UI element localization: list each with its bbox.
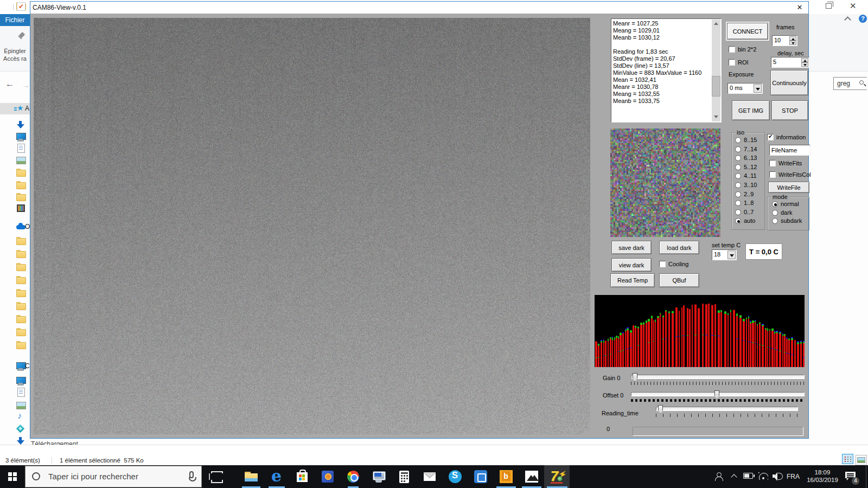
scrollbar-thumb[interactable] xyxy=(712,76,720,97)
sidebar-item[interactable] xyxy=(0,248,30,259)
taskbar-item-edge[interactable]: e xyxy=(264,465,289,488)
sidebar-item[interactable] xyxy=(0,131,30,143)
writefits-checkbox[interactable]: WriteFits xyxy=(769,160,802,166)
sidebar-item[interactable] xyxy=(0,423,30,434)
sidebar-item[interactable] xyxy=(0,119,30,131)
sidebar-item[interactable] xyxy=(0,300,30,311)
writefitscol-checkbox[interactable]: WriteFitsCol xyxy=(769,171,811,178)
read-temp-button[interactable]: Read Temp xyxy=(610,273,655,287)
sidebar-item[interactable] xyxy=(0,143,30,154)
forward-arrow-icon[interactable]: → xyxy=(22,80,30,89)
iso-option-5..12[interactable]: 5..12 xyxy=(735,164,757,173)
sidebar-item[interactable] xyxy=(0,339,30,350)
pin-quick-access-button[interactable]: Épingler Accès ra xyxy=(0,28,30,66)
information-checkbox[interactable]: information xyxy=(767,134,806,140)
frames-stepper[interactable]: 10 xyxy=(772,35,797,46)
load-dark-button[interactable]: load dark xyxy=(659,241,699,254)
sidebar-item[interactable] xyxy=(0,326,30,337)
delay-stepper[interactable]: 5 xyxy=(771,57,809,68)
sidebar-item[interactable] xyxy=(0,387,30,398)
sidebar-item[interactable] xyxy=(0,235,30,246)
sidebar-item[interactable]: O xyxy=(0,221,30,233)
checkmark-toolbar-icon[interactable] xyxy=(17,2,25,11)
iso-option-3..10[interactable]: 3..10 xyxy=(735,182,757,191)
offset-slider[interactable] xyxy=(631,392,805,396)
iso-option-0..7[interactable]: 0..7 xyxy=(735,209,757,218)
spin-up-icon[interactable] xyxy=(801,58,808,62)
taskbar-item-explorer[interactable] xyxy=(238,465,264,488)
scroll-up-icon[interactable] xyxy=(712,20,720,28)
taskbar-item-calculator[interactable] xyxy=(391,465,417,488)
sidebar-item[interactable] xyxy=(0,274,30,285)
language-indicator[interactable]: FRA xyxy=(787,473,800,480)
qbuf-button[interactable]: QBuf xyxy=(659,273,699,287)
iso-option-8..15[interactable]: 8..15 xyxy=(735,137,757,146)
iso-option-1..8[interactable]: 1..8 xyxy=(735,200,757,209)
mode-option-normal[interactable]: normal xyxy=(772,201,802,209)
get-img-button[interactable]: GET IMG xyxy=(732,100,770,120)
writefile-button[interactable]: WriteFile xyxy=(768,182,809,193)
roi-checkbox[interactable]: ROI xyxy=(729,59,749,66)
view-dark-button[interactable]: view dark xyxy=(611,258,652,272)
back-arrow-icon[interactable]: ← xyxy=(5,79,14,89)
iso-option-auto[interactable]: auto xyxy=(735,217,757,227)
sidebar-item[interactable] xyxy=(0,155,30,166)
restore-window-icon[interactable] xyxy=(826,3,832,9)
taskbar-item-snip[interactable] xyxy=(468,465,493,488)
iso-option-7..14[interactable]: 7..14 xyxy=(735,146,757,155)
taskbar-item-mail[interactable] xyxy=(417,465,442,488)
bin2x2-checkbox[interactable]: bin 2*2 xyxy=(729,46,756,53)
stop-button[interactable]: STOP xyxy=(771,100,808,120)
iso-option-2..9[interactable]: 2..9 xyxy=(735,191,757,200)
details-view-button[interactable] xyxy=(842,454,853,464)
iso-option-6..13[interactable]: 6..13 xyxy=(735,155,757,164)
connect-button[interactable]: CONNECT xyxy=(727,23,768,40)
mode-option-dark[interactable]: dark xyxy=(772,209,802,218)
battery-icon[interactable] xyxy=(743,473,753,479)
taskbar-item-player[interactable] xyxy=(315,465,340,488)
spin-down-icon[interactable] xyxy=(801,62,808,67)
sidebar-item[interactable] xyxy=(0,203,30,214)
taskbar-item-chrome[interactable] xyxy=(340,465,366,488)
sidebar-item[interactable] xyxy=(0,166,30,178)
collapse-ribbon-icon[interactable] xyxy=(845,15,851,18)
sidebar-item[interactable] xyxy=(0,411,30,422)
taskbar-item-skype[interactable] xyxy=(442,465,468,488)
thumbnails-view-button[interactable] xyxy=(856,455,867,465)
scroll-down-icon[interactable] xyxy=(712,113,720,121)
tab-fichier[interactable]: Fichier xyxy=(0,14,30,26)
exposure-dropdown[interactable]: 0 ms xyxy=(727,83,763,94)
explorer-close-icon[interactable]: ✕ xyxy=(850,1,857,11)
chevron-up-icon[interactable] xyxy=(731,474,738,478)
sidebar-item[interactable] xyxy=(0,287,30,298)
save-dark-button[interactable]: save dark xyxy=(611,241,652,254)
task-view-button[interactable] xyxy=(207,470,227,484)
sidebar-item[interactable]: C xyxy=(0,361,30,372)
taskbar-item-photos[interactable] xyxy=(519,465,544,488)
taskbar-item-remote[interactable] xyxy=(366,465,391,488)
clock[interactable]: 18:09 16/03/2019 xyxy=(805,468,840,484)
speaker-icon[interactable] xyxy=(773,472,783,480)
sidebar-item[interactable]: A xyxy=(0,103,30,114)
taskbar-item-store[interactable] xyxy=(289,465,315,488)
iso-option-4..11[interactable]: 4..11 xyxy=(735,172,757,182)
sidebar-item[interactable] xyxy=(0,400,30,411)
reading-time-slider-thumb[interactable] xyxy=(658,405,663,414)
sidebar-item[interactable] xyxy=(0,313,30,324)
explorer-search-input[interactable]: greg xyxy=(833,77,867,90)
wifi-icon[interactable] xyxy=(758,472,768,480)
taskbar-item-bing[interactable] xyxy=(493,465,519,488)
filename-input[interactable]: FileName xyxy=(769,145,810,156)
taskbar-item-cam86[interactable]: 7⚡ xyxy=(544,465,570,488)
titlebar[interactable]: CAM86-View-v.0.1 ✕ xyxy=(30,2,808,14)
spin-down-icon[interactable] xyxy=(789,41,796,45)
sidebar-item[interactable] xyxy=(0,179,30,190)
close-icon[interactable]: ✕ xyxy=(795,3,804,12)
taskbar-search-input[interactable]: Taper ici pour rechercher xyxy=(25,466,202,487)
gain-slider[interactable] xyxy=(631,375,805,379)
chevron-down-icon[interactable] xyxy=(754,84,762,93)
continuously-button[interactable]: Continuously xyxy=(770,70,808,95)
start-button[interactable] xyxy=(0,465,25,488)
sidebar-item[interactable] xyxy=(0,375,30,387)
gain-slider-thumb[interactable] xyxy=(633,373,637,382)
